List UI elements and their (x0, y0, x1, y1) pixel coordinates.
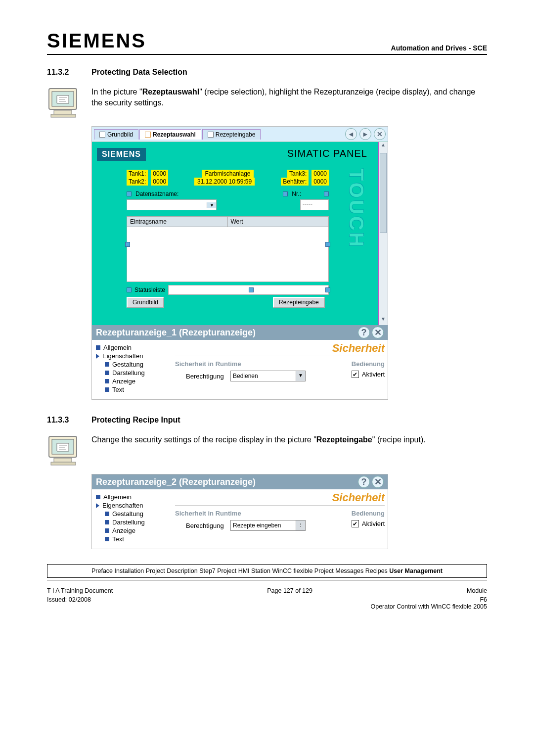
help-button[interactable]: ? (358, 476, 370, 488)
para-bold: Rezeptauswahl (142, 88, 200, 96)
nav-back-button[interactable]: ◄ (345, 128, 357, 140)
selection-handle[interactable] (324, 191, 329, 196)
timestamp-label: 31.12.2000 10:59:59 (194, 178, 255, 186)
tree-label: Gestaltung (112, 361, 143, 368)
breadcrumb-text: Preface Installation Project Description… (91, 567, 389, 574)
tree-item-allgemein[interactable]: Allgemein (96, 493, 170, 501)
tank1-value: 0000 (151, 170, 168, 178)
scroll-thumb[interactable] (380, 153, 387, 233)
aktiviert-label: Aktiviert (362, 520, 385, 527)
behaelter-label: Behälter: (281, 178, 309, 186)
tree-item-darstellung[interactable]: Darstellung (96, 369, 170, 377)
tree-label: Anzeige (112, 527, 135, 534)
tank2-label: Tank2: (127, 178, 148, 186)
berechtigung-label: Berechtigung (186, 373, 230, 380)
close-button[interactable]: ✕ (374, 128, 386, 140)
tree-label: Text (112, 535, 124, 543)
selection-handle[interactable] (325, 287, 330, 292)
aktiviert-checkbox[interactable]: ✔ Aktiviert (352, 520, 385, 527)
footer-module-code: F6 (480, 596, 487, 603)
para-text: In the picture " (91, 88, 142, 96)
tree-item-gestaltung[interactable]: Gestaltung (96, 361, 170, 368)
tree-label: Anzeige (112, 378, 135, 385)
svg-rect-6 (54, 458, 72, 462)
vertical-scrollbar[interactable]: ▲ ▼ (378, 142, 388, 325)
rezepteingabe-button[interactable]: Rezepteingabe (273, 297, 325, 308)
berechtigung-dropdown[interactable]: Bedienen ▼ (230, 371, 306, 381)
grundbild-button[interactable]: Grundbild (127, 297, 164, 308)
berechtigung-label: Berechtigung (186, 522, 230, 529)
footer-left: T I A Training Document (47, 587, 113, 594)
tab-grundbild[interactable]: Grundbild (94, 129, 138, 140)
svg-rect-7 (51, 462, 76, 465)
section-title: Protecting Recipe Input (91, 416, 180, 425)
tree-item-eigenschaften[interactable]: Eigenschaften (96, 502, 170, 509)
page-header: SIEMENS Automation and Drives - SCE (47, 30, 487, 55)
chevron-down-icon: ▾ (207, 202, 216, 208)
checkbox-icon: ✔ (352, 520, 359, 527)
tree-label: Eigenschaften (102, 352, 143, 360)
tree-item-eigenschaften[interactable]: Eigenschaften (96, 352, 170, 360)
section-heading-2: 11.3.3 Protecting Recipe Input (47, 416, 487, 425)
panel-simatic-label: SIMATIC PANEL (287, 148, 367, 159)
tab-rezeptauswahl[interactable]: Rezeptauswahl (139, 129, 201, 140)
selection-handle[interactable] (249, 287, 254, 292)
property-title-text: Rezepturanzeige_1 (Rezepturanzeige) (96, 328, 256, 338)
close-button[interactable]: ✕ (372, 476, 384, 488)
monitor-icon (47, 433, 82, 467)
bedienung-heading: Bedienung (352, 360, 385, 368)
selection-handle[interactable] (325, 242, 330, 247)
berechtigung-value: Bedienen (231, 371, 296, 381)
selection-handle[interactable] (127, 191, 132, 196)
recipe-grid[interactable] (127, 227, 329, 282)
status-bar (168, 285, 329, 295)
scroll-up-icon[interactable]: ▲ (379, 142, 388, 151)
grid-header: Eintragsname Wert (127, 216, 329, 227)
tree-item-anzeige[interactable]: Anzeige (96, 378, 170, 385)
tab-rezepteingabe[interactable]: Rezepteingabe (202, 129, 261, 140)
selection-handle[interactable] (127, 287, 132, 292)
help-button[interactable]: ? (358, 327, 370, 338)
selection-handle[interactable] (125, 242, 130, 247)
datensatzname-dropdown[interactable]: ▾ (127, 199, 217, 210)
column-wert: Wert (228, 217, 329, 227)
aktiviert-checkbox[interactable]: ✔ Aktiviert (352, 371, 385, 378)
footer-doc-title: Operator Control with WinCC flexible 200… (370, 603, 487, 610)
tree-label: Darstellung (112, 369, 145, 377)
tree-item-anzeige[interactable]: Anzeige (96, 527, 170, 534)
berechtigung-dropdown[interactable]: Rezepte eingeben ⋮ (230, 520, 306, 531)
svg-rect-2 (54, 110, 72, 114)
chevron-down-icon: ▼ (296, 371, 305, 381)
tree-item-allgemein[interactable]: Allgemein (96, 344, 170, 351)
footer-page: Page 127 of 129 (267, 587, 312, 594)
dropdown-icon: ⋮ (296, 520, 305, 530)
tree-item-gestaltung[interactable]: Gestaltung (96, 510, 170, 518)
hmi-panel-preview: SIEMENS SIMATIC PANEL TOUCH Tank1:0000 F… (92, 142, 378, 325)
section-paragraph-1: In the picture "Rezeptauswahl" (recipe s… (91, 87, 487, 119)
svg-rect-3 (51, 114, 76, 117)
runtime-heading: Sicherheit in Runtime (175, 360, 332, 368)
property-panel-title: Rezepturanzeige_2 (Rezepturanzeige) ? ✕ (92, 474, 388, 489)
close-button[interactable]: ✕ (372, 327, 384, 338)
property-title-text: Rezepturanzeige_2 (Rezepturanzeige) (96, 477, 256, 487)
scroll-down-icon[interactable]: ▼ (379, 316, 388, 325)
tank1-label: Tank1: (127, 170, 148, 178)
property-panel-title: Rezepturanzeige_1 (Rezepturanzeige) ? ✕ (92, 325, 388, 340)
section-title: Protecting Data Selection (91, 68, 187, 77)
tree-item-darstellung[interactable]: Darstellung (96, 519, 170, 526)
nr-value[interactable]: ----- (300, 199, 329, 210)
selection-handle[interactable] (283, 191, 288, 196)
tree-label: Allgemein (103, 344, 132, 351)
berechtigung-value: Rezepte eingeben (231, 520, 296, 530)
tank2-value: 0000 (151, 178, 168, 186)
tree-item-text[interactable]: Text (96, 386, 170, 393)
property-panel-body: Allgemein Eigenschaften Gestaltung Darst… (92, 489, 388, 549)
statusleiste-label: Statusleiste (134, 286, 165, 293)
tree-item-text[interactable]: Text (96, 535, 170, 543)
column-eintragsname: Eintragsname (127, 217, 228, 227)
property-tree: Allgemein Eigenschaften Gestaltung Darst… (92, 340, 172, 399)
nav-forward-button[interactable]: ► (359, 128, 371, 140)
sicherheit-heading: Sicherheit (175, 491, 385, 506)
property-panel-body: Allgemein Eigenschaften Gestaltung Darst… (92, 340, 388, 399)
sicherheit-heading: Sicherheit (175, 342, 385, 356)
